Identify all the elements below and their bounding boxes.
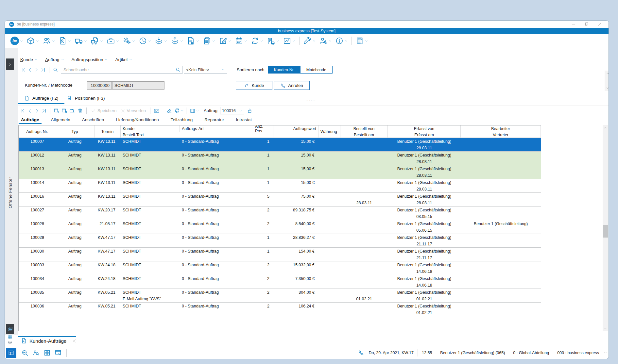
chevron-down-icon[interactable] [180, 109, 184, 112]
close-tab-icon[interactable] [72, 339, 77, 343]
column-header-anzpos[interactable]: Anz. Pos. [253, 125, 273, 132]
chevron-down-icon[interactable] [196, 109, 199, 112]
chart-button[interactable] [281, 35, 297, 46]
column-header-termin[interactable]: Termin [94, 125, 121, 138]
subtab-allgemein[interactable]: Allgemein [51, 117, 70, 124]
menu-auftrag[interactable]: Auftrag [45, 57, 64, 62]
chevron-down-icon[interactable] [20, 39, 23, 43]
table-row[interactable]: 100030AuftragKW.47.17SCHMIDT0 - Standard… [19, 248, 541, 261]
subtab-lieferung-konditionen[interactable]: Lieferung/Konditionen [116, 117, 159, 124]
cash-drawer-button[interactable] [105, 35, 121, 46]
chevron-down-icon[interactable] [344, 39, 348, 43]
table-row[interactable]: 100028Auftrag21.08.17SCHMIDT0 - Standard… [19, 220, 541, 234]
chevron-down-icon[interactable] [196, 39, 199, 43]
calendar-button[interactable] [233, 35, 249, 46]
column-header-auftragsnr[interactable]: Auftrags-Nr. [19, 125, 55, 138]
gears-button[interactable] [121, 35, 137, 46]
prev-row-button[interactable] [26, 108, 33, 113]
sort-by-matchcode[interactable]: Matchcode [300, 66, 332, 73]
truck-button[interactable] [73, 35, 89, 46]
matchcode-field[interactable]: SCHMIDT [112, 81, 164, 90]
documents-button[interactable] [201, 35, 217, 46]
chevron-down-icon[interactable] [228, 39, 232, 43]
chevron-down-icon[interactable] [68, 39, 71, 43]
format-painter-button[interactable] [165, 108, 173, 114]
column-header-bearbeiter[interactable]: Bearbeiter [461, 125, 541, 132]
column-header-empty[interactable] [273, 132, 318, 138]
form-scrollbar[interactable] [605, 71, 609, 91]
column-header-erfasstvon[interactable]: Erfasst von [388, 125, 461, 132]
tab-positionen[interactable]: Positionen (F3) [67, 95, 105, 101]
be-search-icon[interactable] [21, 349, 28, 356]
column-header-auftragsart[interactable]: Auftrags-Art [180, 125, 253, 132]
close-icon[interactable] [597, 22, 602, 26]
minimize-icon[interactable] [571, 22, 576, 26]
search-icon[interactable] [52, 67, 59, 73]
info-button[interactable] [334, 35, 350, 46]
contact-card-button[interactable] [153, 108, 161, 114]
chevron-down-icon[interactable] [36, 39, 39, 43]
chevron-down-icon[interactable] [328, 39, 332, 43]
restore-icon[interactable] [584, 22, 589, 26]
chevron-down-icon[interactable] [148, 39, 151, 43]
menu-auftragsposition[interactable]: Auftragsposition [72, 57, 108, 62]
filter-select[interactable]: <Kein Filter> [184, 66, 227, 74]
duplicate-record-button[interactable] [68, 108, 76, 114]
window-layout-button[interactable] [6, 348, 16, 358]
column-header-bestell-text[interactable]: Bestell-Text [121, 132, 273, 138]
table-row[interactable]: 100014AuftragKW.13.11SCHMIDT0 - Standard… [19, 179, 541, 193]
sort-by-kundennr[interactable]: Kunden-Nr. [268, 66, 300, 73]
last-record-button[interactable] [40, 67, 46, 73]
scroll-down-icon[interactable] [604, 327, 607, 330]
kunden-nr-field[interactable]: 10000000 [87, 81, 112, 90]
chevron-down-icon[interactable] [116, 39, 119, 43]
first-record-button[interactable] [20, 67, 27, 73]
chevron-down-icon[interactable] [84, 39, 87, 43]
chevron-down-icon[interactable] [312, 39, 316, 43]
table-row[interactable]: 100033AuftragKW.24.18SCHMIDT0 - Standard… [19, 261, 541, 275]
search-submit-icon[interactable] [175, 67, 181, 73]
chevron-down-icon[interactable] [132, 39, 135, 43]
new-record-button[interactable] [53, 108, 60, 114]
chevron-down-icon[interactable] [260, 39, 264, 43]
box-in-button[interactable] [153, 35, 169, 46]
column-header-erfasst-am[interactable]: Erfasst am [388, 132, 461, 138]
chevron-down-icon[interactable] [100, 39, 103, 43]
wrench-button[interactable] [301, 35, 318, 46]
table-row[interactable]: 100016AuftragKW.13.11SCHMIDT0 - Standard… [19, 193, 541, 207]
tab-auftraege[interactable]: Aufträge (F2) [24, 95, 59, 101]
scroll-up-icon[interactable] [606, 72, 609, 75]
chevron-down-icon[interactable] [276, 39, 280, 43]
grid-icon[interactable] [7, 334, 13, 340]
subtab-intrastat[interactable]: Intrastat [236, 117, 252, 124]
chevron-down-icon[interactable] [52, 39, 55, 43]
scrollbar-thumb[interactable] [603, 225, 608, 238]
save-button[interactable]: Speichern [89, 108, 119, 113]
chevron-down-icon[interactable] [244, 39, 248, 43]
table-row[interactable]: 100027AuftragKW.20.17SCHMIDT0 - Standard… [19, 207, 541, 220]
be-menu-button[interactable]: be [9, 35, 25, 46]
menu-artikel[interactable]: Artikel [115, 57, 132, 62]
table-row[interactable]: 100034AuftragKW.24.18SCHMIDT0 - Standard… [19, 275, 541, 289]
chevron-down-icon[interactable] [180, 39, 183, 43]
first-row-button[interactable] [19, 108, 26, 113]
column-chooser-button[interactable] [189, 108, 197, 114]
people-button[interactable] [41, 35, 57, 46]
print-button[interactable] [173, 108, 181, 114]
clock-button[interactable] [137, 35, 153, 46]
table-row[interactable]: 100012AuftragKW.13.11SCHMIDT0 - Standard… [19, 152, 541, 165]
table-row[interactable]: 100013AuftragKW.13.11SCHMIDT0 - Standard… [19, 165, 541, 179]
column-header-bestelltvon[interactable]: Bestellt von [340, 125, 388, 132]
rail-expand-button[interactable] [6, 58, 14, 70]
next-row-button[interactable] [33, 108, 41, 113]
sync-button[interactable] [249, 35, 265, 46]
grid-4-icon[interactable] [43, 349, 51, 356]
delete-record-button[interactable] [76, 108, 84, 114]
kunde-button[interactable]: Kunde [236, 81, 272, 90]
column-header-auftragswert[interactable]: Auftragswert [273, 125, 318, 132]
next-record-button[interactable] [33, 67, 40, 73]
chevron-down-icon[interactable] [212, 39, 215, 43]
table-row[interactable]: 100007AuftragKW.13.11SCHMIDT0 - Standard… [19, 138, 541, 152]
menu-kunde[interactable]: Kunde [20, 57, 38, 62]
be-window-export-icon[interactable] [55, 349, 62, 356]
